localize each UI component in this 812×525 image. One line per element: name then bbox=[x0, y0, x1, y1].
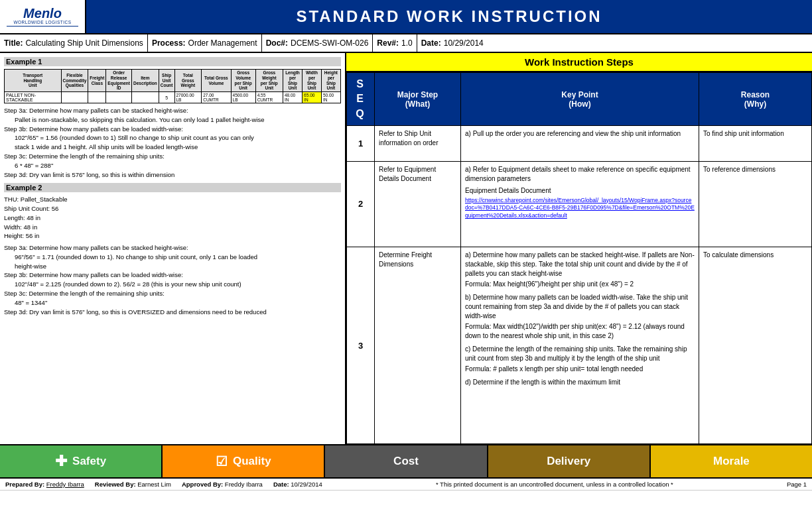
th-total-gross-weight: TotalGrossWeight bbox=[174, 70, 202, 92]
th-width: WidthperShipUnit bbox=[303, 70, 322, 92]
step-3d-label: Step 3d: Dry van limit is 576" long, so … bbox=[4, 170, 341, 180]
td-pallet: PALLET NON-STACKABLE bbox=[5, 92, 62, 103]
reason-col-header: Reason(Why) bbox=[699, 73, 812, 126]
process-cell: Process: Order Management bbox=[148, 34, 262, 52]
step2-link[interactable]: https://cnwwinc.sharepoint.com/sites/Eme… bbox=[465, 197, 695, 221]
th-gross-volume-per: GrossVolumeper ShipUnit bbox=[231, 70, 255, 92]
step2-eq-label: Equipment Details Document bbox=[465, 186, 695, 196]
e2-step-3d-label: Step 3d: Dry van limit is 576" long, so … bbox=[4, 308, 341, 317]
tab-delivery[interactable]: Delivery bbox=[488, 445, 651, 477]
footer-disclaimer: * This printed document is an uncontroll… bbox=[436, 481, 673, 488]
step3-formula-b: Formula: Max width(102")/width per ship … bbox=[465, 322, 695, 341]
length-line: Length: 48 in bbox=[4, 213, 341, 223]
major-col-header: Major Step(What) bbox=[375, 73, 461, 126]
step-3b-detail1: 102"/65" = 1.56 (rounded down to 1) Stil… bbox=[15, 133, 341, 143]
cost-label: Cost bbox=[393, 455, 419, 468]
td-flexible-val bbox=[61, 92, 88, 103]
step2-seq: 2 bbox=[347, 161, 375, 247]
doc-value: DCEMS-SWI-OM-026 bbox=[291, 38, 368, 48]
step3-key-a: a) Determine how many pallets can be sta… bbox=[465, 251, 695, 278]
seq-col-header: SEQ bbox=[347, 73, 375, 126]
step1-major: Refer to Ship Unit information on order bbox=[375, 126, 461, 161]
title-label: Title: bbox=[4, 38, 23, 48]
logo-box: Menlo WORLDWIDE LOGISTICS bbox=[0, 0, 86, 33]
width-line: Width: 48 in bbox=[4, 223, 341, 232]
left-panel: Example 1 TransportHandlingUnit Flexible… bbox=[0, 53, 346, 444]
step3-key-d: d) Determine if the length is within the… bbox=[465, 378, 695, 387]
tab-cost[interactable]: Cost bbox=[325, 445, 488, 477]
info-row: Title: Calculating Ship Unit Dimensions … bbox=[0, 34, 812, 53]
ship-unit-line: Ship Unit Count: 56 bbox=[4, 204, 341, 213]
step-3c-label: Step 3c: Determine the length of the rem… bbox=[4, 152, 341, 161]
reviewed-by: Reviewed By: Earnest Lim bbox=[95, 481, 171, 488]
td-height-val: 50.00 IN bbox=[321, 92, 340, 103]
tab-quality[interactable]: ☑ Quality bbox=[163, 445, 325, 477]
td-width-val: 65.00 IN bbox=[303, 92, 322, 103]
step1-key: a) Pull up the order you are referencing… bbox=[461, 126, 699, 161]
step3-key-b: b) Determine how many pallets can be loa… bbox=[465, 293, 695, 321]
step-row-3: 3 Determine Freight Dimensions a) Determ… bbox=[347, 247, 812, 444]
td-order-val bbox=[106, 92, 132, 103]
step-3a-label: Step 3a: Determine how many pallets can … bbox=[4, 106, 341, 115]
date-value: 10/29/2014 bbox=[444, 38, 484, 48]
e2-step-3a-detail1: 96"/56" = 1.71 (rounded down to 1). No c… bbox=[15, 253, 341, 262]
tab-safety[interactable]: ✚ Safety bbox=[0, 445, 163, 477]
morale-label: Morale bbox=[713, 455, 750, 468]
step-3b-detail2: stack 1 wide and 1 height. All ship unit… bbox=[15, 143, 341, 152]
reviewed-value: Earnest Lim bbox=[137, 481, 171, 488]
prepared-by: Prepared By: Freddy Ibarra bbox=[5, 481, 84, 488]
title-banner-text: STANDARD WORK INSTRUCTION bbox=[296, 7, 602, 26]
thu-line: THU: Pallet_Stackable bbox=[4, 195, 341, 204]
e2-step-3c-label: Step 3c: Determine the length of the rem… bbox=[4, 289, 341, 298]
th-flexible: FlexibleCommodityQualities bbox=[61, 70, 88, 92]
footer-bottom: Prepared By: Freddy Ibarra Reviewed By: … bbox=[0, 479, 812, 491]
date-label: Date: bbox=[421, 38, 441, 48]
step3-seq: 3 bbox=[347, 247, 375, 444]
th-ship-unit: ShipUnitCount bbox=[159, 70, 174, 92]
doc-cell: Doc#: DCEMS-SWI-OM-026 bbox=[262, 34, 373, 52]
example2-info: THU: Pallet_Stackable Ship Unit Count: 5… bbox=[4, 195, 341, 241]
th-height: HeightperShipUnit bbox=[321, 70, 340, 92]
approved-value: Freddy Ibarra bbox=[225, 481, 263, 488]
example2-title: Example 2 bbox=[4, 183, 341, 192]
steps-table: SEQ Major Step(What) Key Point(How) Reas… bbox=[346, 72, 812, 444]
approved-label: Approved By: bbox=[182, 481, 223, 488]
step-3b-label: Step 3b: Determine how many pallets can … bbox=[4, 125, 341, 134]
example1-table: TransportHandlingUnit FlexibleCommodityQ… bbox=[4, 69, 341, 103]
footer-credits: Prepared By: Freddy Ibarra Reviewed By: … bbox=[5, 481, 322, 488]
step2-key: a) Refer to Equipment details sheet to m… bbox=[461, 161, 699, 247]
quality-label: Quality bbox=[233, 455, 271, 468]
step-row-2: 2 Refer to Equipment Details Document a)… bbox=[347, 161, 812, 247]
example1-title: Example 1 bbox=[4, 57, 341, 66]
e2-step-3a-detail2: height-wise bbox=[15, 262, 341, 271]
e2-step-3c-detail: 48" = 1344" bbox=[15, 298, 341, 308]
footer-date: Date: 10/29/2014 bbox=[273, 481, 322, 488]
step3-reason: To calculate dimensions bbox=[699, 247, 812, 444]
process-value: Order Management bbox=[188, 38, 257, 48]
steps-example1: Step 3a: Determine how many pallets can … bbox=[4, 106, 341, 179]
right-panel: Work Instruction Steps SEQ Major Step(Wh… bbox=[346, 53, 812, 444]
key-col-header: Key Point(How) bbox=[461, 73, 699, 126]
page-number: Page 1 bbox=[787, 481, 807, 488]
footer-date-label: Date: bbox=[273, 481, 289, 488]
title-value: Calculating Ship Unit Dimensions bbox=[25, 38, 143, 48]
th-gross-weight-per: GrossWeightper ShipUnit bbox=[255, 70, 283, 92]
th-order: OrderReleaseEquipmentID bbox=[106, 70, 132, 92]
prepared-label: Prepared By: bbox=[5, 481, 44, 488]
prepared-value: Freddy Ibarra bbox=[46, 481, 84, 488]
approved-by: Approved By: Freddy Ibarra bbox=[182, 481, 263, 488]
table-row: PALLET NON-STACKABLE 5 27000.00 LB 27.00… bbox=[5, 92, 341, 103]
th-transport: TransportHandlingUnit bbox=[5, 70, 62, 92]
step3-formula-c: Formula: # pallets x length per ship uni… bbox=[465, 365, 695, 374]
logo-sub: WORLDWIDE LOGISTICS bbox=[13, 20, 71, 25]
step-3a-detail: Pallet is non-stackable, so skipping thi… bbox=[15, 115, 341, 125]
step3-formula-a: Formula: Max height(96")/height per ship… bbox=[465, 280, 695, 289]
step3-major: Determine Freight Dimensions bbox=[375, 247, 461, 444]
steps-example2: Step 3a: Determine how many pallets can … bbox=[4, 243, 341, 316]
step1-reason: To find ship unit information bbox=[699, 126, 812, 161]
quality-icon: ☑ bbox=[216, 453, 228, 469]
step3-key-c: c) Determine the length of the remaining… bbox=[465, 345, 695, 363]
tab-morale[interactable]: Morale bbox=[651, 445, 812, 477]
delivery-label: Delivery bbox=[547, 455, 590, 468]
step-3c-detail: 6 * 48" = 288" bbox=[15, 161, 341, 170]
